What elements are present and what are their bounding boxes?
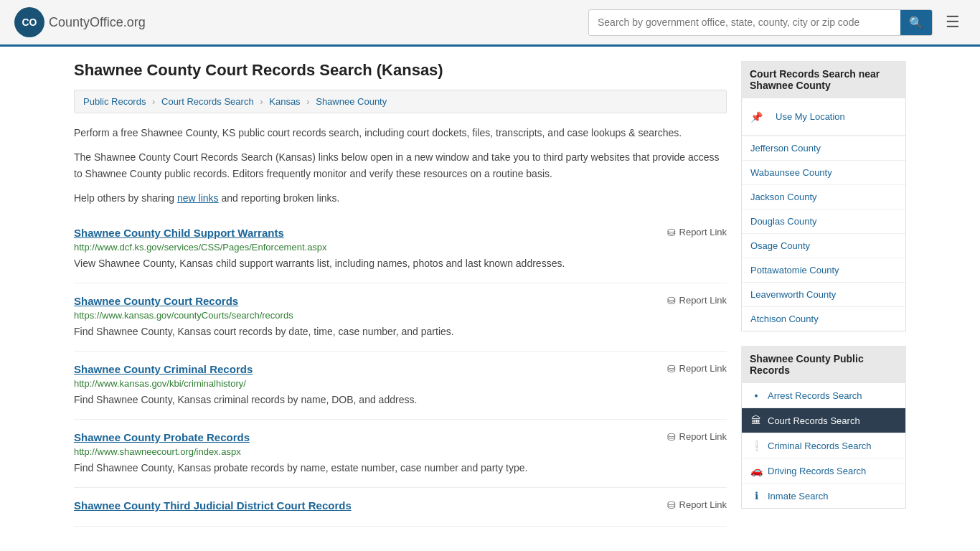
nearby-county-item[interactable]: Atchison County [742, 307, 905, 331]
nearby-county-link-2[interactable]: Jackson County [742, 185, 905, 209]
nearby-county-link-7[interactable]: Atchison County [742, 307, 905, 331]
public-record-item[interactable]: ❕ Criminal Records Search [742, 433, 905, 458]
public-record-link-2[interactable]: ❕ Criminal Records Search [742, 433, 905, 458]
breadcrumb-shawnee-county[interactable]: Shawnee County [316, 96, 387, 107]
nearby-county-link-6[interactable]: Leavenworth County [742, 283, 905, 306]
report-link-4[interactable]: ⛁ Report Link [667, 499, 727, 511]
page-title: Shawnee County Court Records Search (Kan… [74, 61, 727, 80]
record-desc-2: Find Shawnee County, Kansas criminal rec… [74, 392, 727, 408]
report-link-0[interactable]: ⛁ Report Link [667, 227, 727, 238]
public-record-icon-2: ❕ [750, 440, 762, 451]
record-entry: Shawnee County Court Records ⛁ Report Li… [74, 283, 727, 352]
logo-text: CountyOffice.org [49, 15, 146, 30]
public-record-item[interactable]: ℹ Inmate Search [742, 484, 905, 508]
nearby-county-item[interactable]: Leavenworth County [742, 283, 905, 307]
nearby-counties-list: 📌 Use My Location Jefferson CountyWabaun… [741, 98, 906, 331]
description-2: The Shawnee County Court Records Search … [74, 149, 727, 182]
public-record-icon-1: 🏛 [750, 415, 762, 426]
breadcrumb-kansas[interactable]: Kansas [269, 96, 300, 107]
logo-icon: CO [14, 7, 44, 37]
nearby-heading: Court Records Search near Shawnee County [741, 61, 906, 98]
record-entry: Shawnee County Criminal Records ⛁ Report… [74, 352, 727, 420]
report-icon-0: ⛁ [667, 227, 676, 238]
public-record-link-1[interactable]: 🏛 Court Records Search [742, 408, 905, 433]
nearby-county-item[interactable]: Pottawatomie County [742, 258, 905, 283]
nearby-county-item[interactable]: Jefferson County [742, 136, 905, 161]
record-title-3[interactable]: Shawnee County Probate Records [74, 431, 250, 443]
svg-text:CO: CO [22, 17, 37, 28]
main-content: Shawnee County Court Records Search (Kan… [74, 61, 727, 527]
search-input[interactable] [589, 11, 900, 34]
record-entry: Shawnee County Child Support Warrants ⛁ … [74, 215, 727, 283]
breadcrumb: Public Records › Court Records Search › … [74, 90, 727, 113]
breadcrumb-court-records-search[interactable]: Court Records Search [161, 96, 254, 107]
public-record-item[interactable]: 🚗 Driving Records Search [742, 458, 905, 484]
public-record-link-3[interactable]: 🚗 Driving Records Search [742, 458, 905, 483]
use-my-location-item[interactable]: 📌 Use My Location [742, 98, 905, 136]
public-record-icon-3: 🚗 [750, 465, 762, 476]
public-record-icon-4: ℹ [750, 490, 762, 501]
record-desc-1: Find Shawnee County, Kansas court record… [74, 324, 727, 339]
nearby-county-link-5[interactable]: Pottawatomie County [742, 258, 905, 282]
record-title-4[interactable]: Shawnee County Third Judicial District C… [74, 499, 352, 512]
record-url-1: https://www.kansas.gov/countyCourts/sear… [74, 310, 727, 321]
site-header: CO CountyOffice.org 🔍 ☰ [0, 0, 980, 47]
public-records-heading: Shawnee County Public Records [741, 346, 906, 383]
search-bar: 🔍 [588, 9, 933, 36]
record-title-1[interactable]: Shawnee County Court Records [74, 295, 238, 307]
nearby-county-item[interactable]: Douglas County [742, 209, 905, 234]
public-record-item[interactable]: ▪ Arrest Records Search [742, 383, 905, 408]
public-record-link-0[interactable]: ▪ Arrest Records Search [742, 383, 905, 408]
record-url-0: http://www.dcf.ks.gov/services/CSS/Pages… [74, 242, 727, 253]
record-desc-0: View Shawnee County, Kansas child suppor… [74, 256, 727, 271]
record-title-0[interactable]: Shawnee County Child Support Warrants [74, 227, 284, 239]
public-records-list: ▪ Arrest Records Search 🏛 Court Records … [741, 383, 906, 509]
description-1: Perform a free Shawnee County, KS public… [74, 125, 727, 141]
public-record-item[interactable]: 🏛 Court Records Search [742, 408, 905, 433]
nearby-county-item[interactable]: Osage County [742, 234, 905, 258]
nearby-county-link-4[interactable]: Osage County [742, 234, 905, 258]
record-desc-3: Find Shawnee County, Kansas probate reco… [74, 461, 727, 476]
nearby-county-item[interactable]: Wabaunsee County [742, 161, 905, 185]
nearby-county-link-3[interactable]: Douglas County [742, 209, 905, 233]
report-icon-2: ⛁ [667, 363, 676, 375]
record-url-2: http://www.kansas.gov/kbi/criminalhistor… [74, 378, 727, 389]
logo-area[interactable]: CO CountyOffice.org [14, 7, 146, 37]
breadcrumb-public-records[interactable]: Public Records [83, 96, 146, 107]
report-link-1[interactable]: ⛁ Report Link [667, 295, 727, 306]
new-links-link[interactable]: new links [177, 192, 219, 204]
record-entry: Shawnee County Third Judicial District C… [74, 488, 727, 527]
location-pin-icon: 📌 [750, 111, 763, 123]
report-link-3[interactable]: ⛁ Report Link [667, 431, 727, 443]
search-button[interactable]: 🔍 [900, 10, 932, 35]
report-icon-3: ⛁ [667, 431, 676, 443]
description-3: Help others by sharing new links and rep… [74, 190, 727, 206]
record-entry: Shawnee County Probate Records ⛁ Report … [74, 420, 727, 488]
public-records-section: Shawnee County Public Records ▪ Arrest R… [741, 346, 906, 509]
use-my-location-link[interactable]: Use My Location [767, 105, 854, 128]
public-record-icon-0: ▪ [750, 390, 762, 401]
main-container: Shawnee County Court Records Search (Kan… [60, 47, 920, 541]
record-title-2[interactable]: Shawnee County Criminal Records [74, 363, 253, 375]
nearby-county-link-1[interactable]: Wabaunsee County [742, 161, 905, 184]
nearby-section: Court Records Search near Shawnee County… [741, 61, 906, 331]
public-record-link-4[interactable]: ℹ Inmate Search [742, 484, 905, 508]
records-container: Shawnee County Child Support Warrants ⛁ … [74, 215, 727, 527]
record-url-3: http://www.shawneecourt.org/index.aspx [74, 446, 727, 457]
sidebar: Court Records Search near Shawnee County… [741, 61, 906, 527]
nearby-county-item[interactable]: Jackson County [742, 185, 905, 209]
hamburger-menu[interactable]: ☰ [940, 10, 966, 34]
header-right: 🔍 ☰ [588, 9, 966, 36]
report-icon-1: ⛁ [667, 295, 676, 306]
report-icon-4: ⛁ [667, 499, 676, 511]
nearby-county-link-0[interactable]: Jefferson County [742, 136, 905, 160]
report-link-2[interactable]: ⛁ Report Link [667, 363, 727, 375]
